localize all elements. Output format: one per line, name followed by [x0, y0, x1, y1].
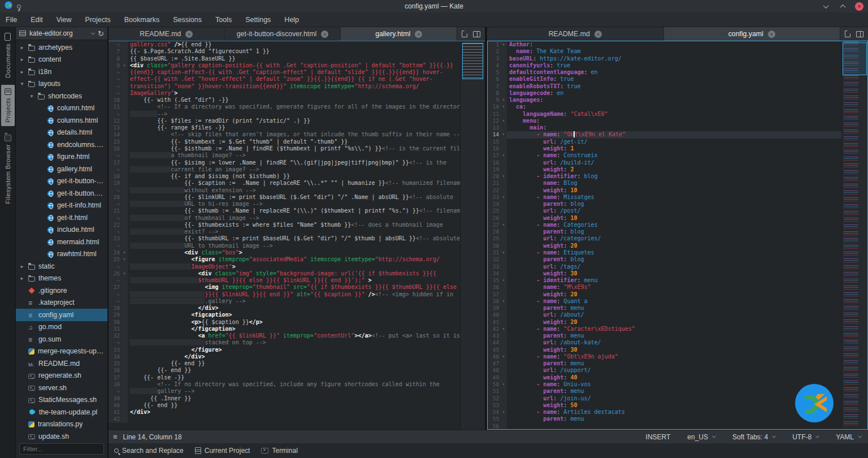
- code-line[interactable]: 24▾ <div class="box">: [108, 249, 460, 256]
- code-line[interactable]: ↪ stacked on top -->: [108, 339, 460, 346]
- code-line[interactable]: ↪gallery.css" />{{ end }}: [108, 41, 460, 48]
- toolview-current-project[interactable]: Current Project: [195, 447, 250, 455]
- tree-item-details-html[interactable]: details.html: [16, 127, 107, 139]
- code-line[interactable]: 7enableRobotsTXT: true: [488, 83, 841, 90]
- fold-arrow-icon[interactable]: ▾: [500, 41, 507, 48]
- code-line[interactable]: ↪ gallery -->: [108, 388, 460, 395]
- code-line[interactable]: 18 {{- if and $isimg (not $isthumb) }}: [108, 173, 460, 180]
- code-area[interactable]: 1▾Author:2 name: The Kate Team3baseURL: …: [488, 41, 841, 429]
- code-line[interactable]: 21 {{- $thumb := .Name | replaceRE "(\\.…: [108, 208, 460, 214]
- code-line[interactable]: 49 weight: 40: [488, 374, 841, 381]
- code-line[interactable]: 37 {{- else -}}: [108, 374, 460, 381]
- chevron-right-icon[interactable]: ▸: [19, 57, 25, 62]
- tree-item-translations-py[interactable]: translations.py: [16, 418, 107, 431]
- code-line[interactable]: 17▾ - name: Construeix: [488, 152, 841, 159]
- tree-item-static[interactable]: ▸static: [16, 260, 107, 273]
- code-line[interactable]: 9▾languages:: [488, 97, 841, 103]
- chevron-right-icon[interactable]: ▸: [19, 69, 25, 75]
- tree-item-staticmessages-sh[interactable]: StaticMessages.sh: [16, 394, 107, 407]
- code-line[interactable]: 4canonifyurls: true: [488, 62, 841, 69]
- code-line[interactable]: 52 url: /join-us/: [488, 395, 841, 402]
- code-line[interactable]: 17 {{- $isimg := lower .Name | findRE "\…: [108, 159, 460, 166]
- code-line[interactable]: 12 {{- $files := readDir (print "/static…: [108, 118, 460, 124]
- code-line[interactable]: 51 parent: menu: [488, 388, 841, 395]
- tab-close-icon[interactable]: ×: [185, 31, 193, 38]
- fold-arrow-icon[interactable]: ▾: [500, 249, 507, 256]
- tree-item-include-html[interactable]: include.html: [16, 224, 107, 236]
- tree-item-the-team-update-pl[interactable]: the-team-update.pl: [16, 406, 107, 418]
- code-line[interactable]: 16 weight: 1: [488, 145, 841, 152]
- tree-item-shortcodes[interactable]: ▾shortcodes: [16, 90, 107, 102]
- tree-item-column-html[interactable]: column.html: [16, 102, 107, 115]
- fold-arrow-icon[interactable]: ▾: [500, 381, 507, 388]
- sidebar-tab-filesystem-browser[interactable]: Filesystem Browser: [1, 129, 15, 208]
- tab-config-yaml[interactable]: config.yaml×: [664, 27, 841, 41]
- code-line[interactable]: 44 url: /about-kate/: [488, 339, 841, 346]
- chevron-right-icon[interactable]: ▸: [19, 275, 25, 281]
- status-en-us[interactable]: en_US: [687, 433, 715, 441]
- tree-item-figure-html[interactable]: figure.html: [16, 151, 107, 163]
- code-line[interactable]: ↪ }}{{ $linkURL }}{{ end }}" alt="{{ $ca…: [108, 291, 460, 298]
- code-line[interactable]: ↪ current file an image? -->: [108, 166, 460, 173]
- code-line[interactable]: 34 weight: 30: [488, 270, 841, 277]
- code-line[interactable]: ↪transition") "none" }}hover-transition{…: [108, 83, 460, 90]
- fold-arrow-icon[interactable]: ▾: [500, 173, 507, 180]
- code-line[interactable]: 27 <img itemprop="thumbnail" src="{{ if …: [108, 284, 460, 291]
- fold-arrow-icon[interactable]: ▾: [500, 152, 507, 159]
- tree-item-server-sh[interactable]: server.sh: [16, 382, 107, 394]
- tree-item-get-it-html[interactable]: get-it.html: [16, 211, 107, 224]
- code-line[interactable]: 38 <!-- If no directory was specified, i…: [108, 381, 460, 388]
- toolview-search-and-replace[interactable]: Search and Replace: [114, 447, 184, 455]
- code-line[interactable]: 21 name: Blog: [488, 180, 841, 187]
- tree-item-config-yaml[interactable]: config.yaml: [16, 309, 107, 321]
- code-line[interactable]: 15 url: /get-it/: [488, 139, 841, 145]
- fold-arrow-icon[interactable]: ▾: [500, 97, 507, 103]
- code-line[interactable]: 29 url: /categories/: [488, 235, 841, 242]
- tree-item-go-mod[interactable]: go.mod: [16, 321, 107, 334]
- code-line[interactable]: ↪ .gallery -->: [108, 298, 460, 305]
- menu-item-help[interactable]: Help: [284, 16, 299, 24]
- code-line[interactable]: 22 {{- $thumbexists := where $files "Nam…: [108, 222, 460, 228]
- project-selector[interactable]: kate-editor.org ↻: [16, 27, 107, 40]
- code-line[interactable]: 15 {{- $thumbext := $.Get "thumb" | defa…: [108, 139, 460, 145]
- menu-item-settings[interactable]: Settings: [245, 16, 271, 24]
- code-line[interactable]: 39 parent: menu: [488, 305, 841, 312]
- fold-arrow-icon[interactable]: ▾: [121, 270, 128, 277]
- toolview-terminal[interactable]: Terminal: [261, 447, 297, 455]
- code-line[interactable]: 9▾<div class="gallery caption-position-{…: [108, 62, 460, 69]
- code-line[interactable]: 7{{- $.Page.Scratch.Add "figurecount" 1 …: [108, 48, 460, 55]
- fold-arrow-icon[interactable]: ▾: [500, 326, 507, 332]
- code-line[interactable]: 30 weight: 20: [488, 243, 841, 249]
- code-line[interactable]: 29 <figcaption>: [108, 312, 460, 318]
- tree-item-mermaid-html[interactable]: mermaid.html: [16, 236, 107, 248]
- tree-item-layouts[interactable]: ▾layouts: [16, 78, 107, 90]
- code-line[interactable]: 6enableGitInfo: true: [488, 76, 841, 83]
- tree-item-kateproject[interactable]: .kateproject: [16, 297, 107, 309]
- code-line[interactable]: 2 name: The Kate Team: [488, 48, 841, 55]
- fold-arrow-icon[interactable]: ▾: [500, 103, 507, 110]
- code-line[interactable]: 37 weight: 20: [488, 291, 841, 298]
- code-line[interactable]: 12▾ menu:: [488, 118, 841, 124]
- menu-item-projects[interactable]: Projects: [85, 16, 111, 24]
- code-line[interactable]: 25▾ <figure itemprop="associatedMedia" i…: [108, 256, 460, 263]
- status-soft-tabs-4[interactable]: Soft Tabs: 4: [732, 433, 775, 441]
- code-line[interactable]: 13 {{- range $files -}}: [108, 124, 460, 131]
- code-line[interactable]: 39 {{ .Inner }}: [108, 395, 460, 402]
- code-line[interactable]: 18 url: /build-it/: [488, 159, 841, 166]
- code-line[interactable]: 41</div>: [108, 409, 460, 416]
- tree-item-themes[interactable]: ▸themes: [16, 273, 107, 285]
- code-line[interactable]: 16 {{- $isthumb := .Name | findRE ($thum…: [108, 145, 460, 152]
- status-insert[interactable]: INSERT: [646, 433, 671, 441]
- code-line[interactable]: 35▾ - identifier: menu: [488, 277, 841, 284]
- minimap[interactable]: [841, 41, 867, 429]
- minimize-button[interactable]: [821, 2, 830, 11]
- fold-arrow-icon[interactable]: ▾: [500, 277, 507, 284]
- code-line[interactable]: 48 url: /support/: [488, 367, 841, 374]
- tree-item-go-sum[interactable]: go.sum: [16, 333, 107, 345]
- code-line[interactable]: 25 url: /post/: [488, 208, 841, 214]
- code-line[interactable]: 33 url: /tags/: [488, 263, 841, 270]
- code-line[interactable]: 27▾ - name: Categories: [488, 222, 841, 228]
- code-line[interactable]: 32 <a href="{{ $linkURL }}" itemprop="co…: [108, 332, 460, 339]
- code-line[interactable]: 40 {{- end }}: [108, 402, 460, 409]
- chevron-down-icon[interactable]: ▾: [29, 93, 34, 99]
